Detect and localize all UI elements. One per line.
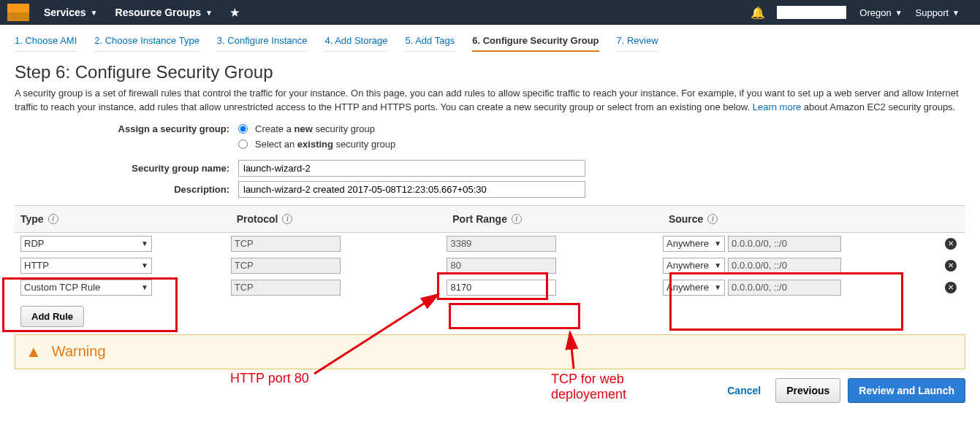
assign-label: Assign a security group:	[15, 123, 238, 134]
table-row: RDP▼ TCP 3389 Anywhere▼ 0.0.0.0/0, ::/0 …	[15, 233, 965, 255]
port-field: 3389	[447, 236, 556, 252]
tab-choose-ami[interactable]: 1. Choose AMI	[15, 35, 77, 52]
learn-more-link[interactable]: Learn more	[753, 101, 801, 112]
support-label: Support	[916, 7, 949, 18]
info-icon[interactable]: i	[48, 214, 58, 224]
protocol-field: TCP	[231, 236, 341, 252]
account-box[interactable]	[777, 6, 846, 19]
services-menu[interactable]: Services ▼	[44, 7, 98, 18]
resource-groups-menu[interactable]: Resource Groups ▼	[115, 7, 213, 18]
type-select[interactable]: HTTP▼	[20, 258, 152, 274]
aws-logo-icon[interactable]	[7, 4, 29, 21]
footer-actions: Cancel Previous Review and Launch	[0, 369, 980, 412]
review-launch-button[interactable]: Review and Launch	[848, 378, 965, 403]
source-cidr: 0.0.0.0/0, ::/0	[728, 280, 841, 296]
delete-rule-button[interactable]: ✕	[945, 260, 957, 272]
tab-add-tags[interactable]: 5. Add Tags	[405, 35, 455, 52]
warning-icon: ▲	[26, 342, 42, 361]
info-icon[interactable]: i	[512, 214, 522, 224]
sg-name-input[interactable]	[238, 160, 585, 177]
caret-down-icon: ▼	[91, 9, 98, 17]
caret-down-icon: ▼	[141, 283, 148, 291]
main-content: Step 6: Configure Security Group A secur…	[0, 52, 980, 334]
source-select[interactable]: Anywhere▼	[663, 258, 725, 274]
table-row: HTTP▼ TCP 80 Anywhere▼ 0.0.0.0/0, ::/0 ✕	[15, 255, 965, 277]
table-row: Custom TCP Rule▼ TCP 8170 Anywhere▼ 0.0.…	[15, 277, 965, 299]
source-cidr: 0.0.0.0/0, ::/0	[728, 258, 841, 274]
tab-review[interactable]: 7. Review	[617, 35, 658, 52]
region-label: Oregon	[859, 7, 891, 18]
source-select[interactable]: Anywhere▼	[663, 280, 725, 296]
source-select[interactable]: Anywhere▼	[663, 236, 725, 252]
sg-name-label: Security group name:	[15, 163, 238, 174]
create-new-radio[interactable]	[238, 124, 248, 134]
resource-groups-label: Resource Groups	[115, 7, 201, 18]
delete-rule-button[interactable]: ✕	[945, 282, 957, 293]
info-icon[interactable]: i	[282, 214, 292, 224]
sg-desc-input[interactable]	[238, 181, 585, 198]
tab-instance-type[interactable]: 2. Choose Instance Type	[94, 35, 200, 52]
table-header: Typei Protocoli Port Rangei Sourcei	[15, 206, 965, 233]
create-new-label: Create a new security group	[255, 123, 375, 134]
port-input[interactable]: 8170	[447, 280, 556, 296]
protocol-field: TCP	[231, 280, 341, 296]
previous-button[interactable]: Previous	[775, 378, 840, 403]
col-type: Type	[20, 213, 44, 225]
type-select[interactable]: RDP▼	[20, 236, 152, 252]
caret-down-icon: ▼	[952, 9, 960, 17]
page-description: A security group is a set of firewall ru…	[15, 87, 965, 115]
warning-box: ▲ Warning	[15, 334, 965, 369]
page-title: Step 6: Configure Security Group	[15, 62, 965, 82]
services-label: Services	[44, 7, 86, 18]
wizard-steps: 1. Choose AMI 2. Choose Instance Type 3.…	[0, 25, 980, 52]
delete-rule-button[interactable]: ✕	[945, 238, 957, 250]
cancel-button[interactable]: Cancel	[720, 379, 768, 402]
type-select[interactable]: Custom TCP Rule▼	[20, 280, 152, 296]
warning-label: Warning	[52, 343, 106, 360]
select-existing-radio[interactable]	[238, 139, 248, 149]
tab-configure-instance[interactable]: 3. Configure Instance	[217, 35, 308, 52]
desc-suffix: about Amazon EC2 security groups.	[804, 101, 955, 112]
notifications-icon[interactable]: 🔔	[751, 6, 765, 20]
support-menu[interactable]: Support ▼	[916, 7, 960, 18]
port-field: 80	[447, 258, 556, 274]
caret-down-icon: ▼	[141, 261, 148, 269]
caret-down-icon: ▼	[895, 9, 903, 17]
rules-table: Typei Protocoli Port Rangei Sourcei RDP▼…	[15, 205, 965, 299]
region-menu[interactable]: Oregon ▼	[859, 7, 902, 18]
col-port: Port Range	[452, 213, 507, 225]
info-icon[interactable]: i	[707, 214, 718, 224]
caret-down-icon: ▼	[714, 283, 721, 291]
source-cidr: 0.0.0.0/0, ::/0	[728, 236, 841, 252]
tab-add-storage[interactable]: 4. Add Storage	[324, 35, 387, 52]
tab-security-group[interactable]: 6. Configure Security Group	[472, 35, 599, 52]
protocol-field: TCP	[231, 258, 341, 274]
col-source: Source	[669, 213, 703, 225]
col-protocol: Protocol	[237, 213, 278, 225]
caret-down-icon: ▼	[714, 261, 721, 269]
sg-desc-label: Description:	[15, 184, 238, 195]
caret-down-icon: ▼	[141, 239, 148, 247]
caret-down-icon: ▼	[714, 239, 721, 247]
top-nav: Services ▼ Resource Groups ▼ ★ 🔔 Oregon …	[0, 0, 980, 25]
select-existing-label: Select an existing security group	[255, 139, 395, 150]
add-rule-button[interactable]: Add Rule	[20, 306, 84, 327]
pin-icon[interactable]: ★	[230, 7, 240, 18]
caret-down-icon: ▼	[205, 9, 213, 17]
